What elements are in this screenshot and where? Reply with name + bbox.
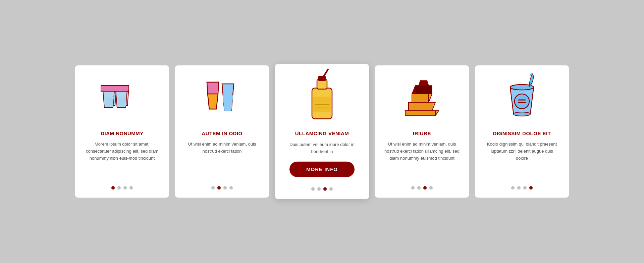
card-4-title: IRIURE — [413, 130, 431, 136]
dot — [323, 187, 327, 191]
card-2-title: AUTEM IN ODIO — [202, 130, 243, 136]
dot — [229, 186, 233, 190]
dot — [217, 186, 221, 190]
more-info-button[interactable]: MORE INFO — [289, 162, 355, 177]
box-stack-icon — [398, 75, 445, 122]
dot — [529, 186, 533, 190]
dot — [329, 187, 333, 191]
dot — [129, 186, 133, 190]
svg-point-39 — [515, 94, 529, 109]
dot — [417, 186, 421, 190]
card-autem-in-odio: AUTEM IN ODIO Ut wisi enim ad minim veni… — [175, 65, 269, 198]
svg-marker-10 — [207, 82, 219, 94]
dot — [523, 186, 527, 190]
card-1-text: Morem ipsum dolor sit amet, consectetuer… — [85, 141, 160, 179]
card-4-dots — [411, 186, 433, 190]
svg-point-42 — [514, 112, 530, 116]
cup-straw-icon — [498, 75, 545, 122]
dot — [211, 186, 215, 190]
cards-container: DIAM NONUMMY Morem ipsum dolor sit amet,… — [55, 52, 589, 211]
yogurt-packs-icon — [99, 75, 146, 122]
svg-marker-31 — [409, 102, 432, 111]
dot — [311, 187, 315, 191]
dot — [117, 186, 121, 190]
card-dignissim-doloe-eit: DIGNISSIM DOLOE EIT Kodio dignissim qui … — [475, 65, 569, 198]
svg-marker-33 — [412, 94, 429, 102]
svg-rect-5 — [101, 86, 129, 91]
card-2-dots — [211, 186, 233, 190]
cups-icon — [199, 75, 246, 122]
dot — [429, 186, 433, 190]
card-3-title: ULLAMCING VENIAM — [295, 130, 349, 136]
card-5-title: DIGNISSIM DOLOE EIT — [493, 130, 551, 136]
dot — [423, 186, 427, 190]
card-3-dots — [311, 187, 333, 191]
juice-bottle-icon — [299, 74, 345, 122]
svg-marker-7 — [118, 97, 126, 106]
dot — [517, 186, 521, 190]
svg-rect-21 — [317, 80, 327, 89]
dot — [123, 186, 127, 190]
card-3-text: Duis autem vel eum iriure dolor in hendr… — [284, 141, 360, 155]
dot — [223, 186, 227, 190]
card-5-dots — [511, 186, 533, 190]
dot — [411, 186, 415, 190]
card-ullamcing-veniam: ULLAMCING VENIAM Duis autem vel eum iriu… — [275, 64, 369, 199]
svg-marker-19 — [223, 96, 233, 111]
svg-rect-22 — [318, 76, 326, 81]
svg-marker-36 — [419, 81, 429, 86]
svg-marker-35 — [415, 86, 432, 94]
card-1-dots — [111, 186, 133, 190]
card-4-text: Ut wisi enim ad minim veniam, quis nostr… — [384, 141, 460, 179]
card-2-text: Ut wisi enim ad minim veniam, quis nostr… — [184, 141, 260, 179]
card-iriure: IRIURE Ut wisi enim ad minim veniam, qui… — [375, 65, 469, 198]
svg-marker-29 — [405, 111, 435, 116]
card-1-title: DIAM NONUMMY — [101, 130, 144, 136]
dot — [111, 186, 115, 190]
dot — [317, 187, 321, 191]
svg-marker-6 — [105, 97, 114, 106]
card-5-text: Kodio dignissim qui blandit praesent lup… — [484, 141, 559, 179]
dot — [511, 186, 515, 190]
card-diam-nonummy: DIAM NONUMMY Morem ipsum dolor sit amet,… — [75, 65, 169, 198]
